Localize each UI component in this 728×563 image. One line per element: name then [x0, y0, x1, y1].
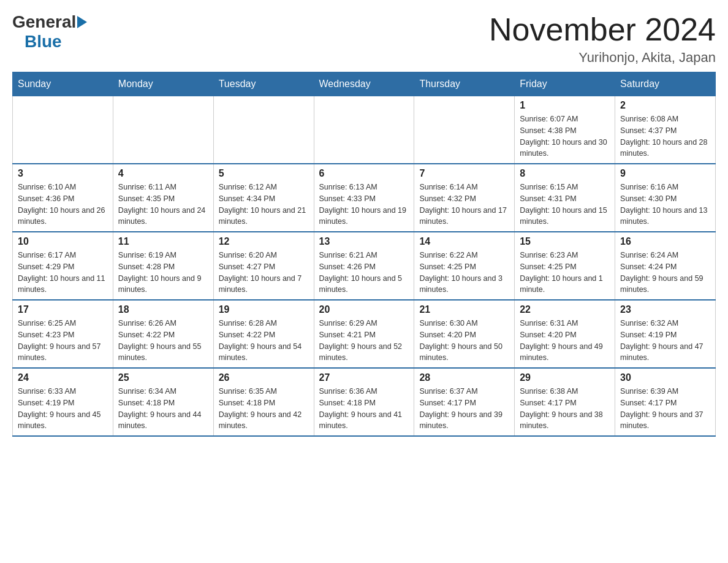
table-row: 28Sunrise: 6:37 AMSunset: 4:17 PMDayligh…: [414, 368, 515, 436]
day-number: 14: [419, 236, 509, 247]
day-info: Sunrise: 6:32 AMSunset: 4:19 PMDaylight:…: [620, 318, 710, 364]
table-row: 24Sunrise: 6:33 AMSunset: 4:19 PMDayligh…: [13, 368, 113, 436]
table-row: 27Sunrise: 6:36 AMSunset: 4:18 PMDayligh…: [314, 368, 414, 436]
logo-triangle-icon: [77, 16, 87, 28]
day-number: 3: [18, 168, 108, 179]
title-block: November 2024 Yurihonjo, Akita, Japan: [489, 12, 716, 66]
calendar-week-row: 10Sunrise: 6:17 AMSunset: 4:29 PMDayligh…: [13, 232, 716, 300]
table-row: 7Sunrise: 6:14 AMSunset: 4:32 PMDaylight…: [414, 164, 515, 232]
table-row: 5Sunrise: 6:12 AMSunset: 4:34 PMDaylight…: [213, 164, 314, 232]
calendar-table: Sunday Monday Tuesday Wednesday Thursday…: [12, 72, 716, 437]
day-info: Sunrise: 6:23 AMSunset: 4:25 PMDaylight:…: [520, 250, 610, 296]
day-number: 22: [520, 304, 610, 315]
table-row: 4Sunrise: 6:11 AMSunset: 4:35 PMDaylight…: [113, 164, 213, 232]
table-row: 26Sunrise: 6:35 AMSunset: 4:18 PMDayligh…: [213, 368, 314, 436]
table-row: 23Sunrise: 6:32 AMSunset: 4:19 PMDayligh…: [615, 300, 716, 368]
day-number: 23: [620, 304, 710, 315]
day-number: 29: [520, 372, 610, 383]
table-row: [113, 96, 213, 164]
header-monday: Monday: [113, 72, 213, 96]
day-number: 2: [620, 100, 710, 111]
day-info: Sunrise: 6:21 AMSunset: 4:26 PMDaylight:…: [319, 250, 409, 296]
day-info: Sunrise: 6:33 AMSunset: 4:19 PMDaylight:…: [18, 386, 108, 432]
day-number: 10: [18, 236, 108, 247]
logo-general-text: General: [12, 12, 76, 32]
day-number: 6: [319, 168, 409, 179]
day-info: Sunrise: 6:36 AMSunset: 4:18 PMDaylight:…: [319, 386, 409, 432]
header-wednesday: Wednesday: [314, 72, 414, 96]
day-number: 26: [219, 372, 309, 383]
table-row: 21Sunrise: 6:30 AMSunset: 4:20 PMDayligh…: [414, 300, 515, 368]
calendar-week-row: 1Sunrise: 6:07 AMSunset: 4:38 PMDaylight…: [13, 96, 716, 164]
day-info: Sunrise: 6:24 AMSunset: 4:24 PMDaylight:…: [620, 250, 710, 296]
day-number: 4: [118, 168, 208, 179]
table-row: 22Sunrise: 6:31 AMSunset: 4:20 PMDayligh…: [515, 300, 615, 368]
day-number: 28: [419, 372, 509, 383]
day-info: Sunrise: 6:17 AMSunset: 4:29 PMDaylight:…: [18, 250, 108, 296]
subtitle: Yurihonjo, Akita, Japan: [489, 50, 716, 66]
day-info: Sunrise: 6:11 AMSunset: 4:35 PMDaylight:…: [118, 182, 208, 228]
day-number: 24: [18, 372, 108, 383]
table-row: 14Sunrise: 6:22 AMSunset: 4:25 PMDayligh…: [414, 232, 515, 300]
day-info: Sunrise: 6:13 AMSunset: 4:33 PMDaylight:…: [319, 182, 409, 228]
table-row: 11Sunrise: 6:19 AMSunset: 4:28 PMDayligh…: [113, 232, 213, 300]
table-row: 1Sunrise: 6:07 AMSunset: 4:38 PMDaylight…: [515, 96, 615, 164]
day-info: Sunrise: 6:38 AMSunset: 4:17 PMDaylight:…: [520, 386, 610, 432]
day-info: Sunrise: 6:08 AMSunset: 4:37 PMDaylight:…: [620, 113, 710, 159]
table-row: 29Sunrise: 6:38 AMSunset: 4:17 PMDayligh…: [515, 368, 615, 436]
table-row: 19Sunrise: 6:28 AMSunset: 4:22 PMDayligh…: [213, 300, 314, 368]
day-number: 13: [319, 236, 409, 247]
day-number: 1: [520, 100, 610, 111]
day-info: Sunrise: 6:20 AMSunset: 4:27 PMDaylight:…: [219, 250, 309, 296]
day-number: 5: [219, 168, 309, 179]
day-info: Sunrise: 6:25 AMSunset: 4:23 PMDaylight:…: [18, 318, 108, 364]
table-row: 3Sunrise: 6:10 AMSunset: 4:36 PMDaylight…: [13, 164, 113, 232]
table-row: 9Sunrise: 6:16 AMSunset: 4:30 PMDaylight…: [615, 164, 716, 232]
header-thursday: Thursday: [414, 72, 515, 96]
day-number: 25: [118, 372, 208, 383]
day-number: 20: [319, 304, 409, 315]
table-row: [314, 96, 414, 164]
day-info: Sunrise: 6:30 AMSunset: 4:20 PMDaylight:…: [419, 318, 509, 364]
table-row: 16Sunrise: 6:24 AMSunset: 4:24 PMDayligh…: [615, 232, 716, 300]
calendar-week-row: 24Sunrise: 6:33 AMSunset: 4:19 PMDayligh…: [13, 368, 716, 436]
table-row: 25Sunrise: 6:34 AMSunset: 4:18 PMDayligh…: [113, 368, 213, 436]
day-info: Sunrise: 6:37 AMSunset: 4:17 PMDaylight:…: [419, 386, 509, 432]
day-number: 17: [18, 304, 108, 315]
day-info: Sunrise: 6:16 AMSunset: 4:30 PMDaylight:…: [620, 182, 710, 228]
day-info: Sunrise: 6:39 AMSunset: 4:17 PMDaylight:…: [620, 386, 710, 432]
day-number: 12: [219, 236, 309, 247]
table-row: 13Sunrise: 6:21 AMSunset: 4:26 PMDayligh…: [314, 232, 414, 300]
table-row: 17Sunrise: 6:25 AMSunset: 4:23 PMDayligh…: [13, 300, 113, 368]
day-info: Sunrise: 6:29 AMSunset: 4:21 PMDaylight:…: [319, 318, 409, 364]
day-number: 18: [118, 304, 208, 315]
day-number: 30: [620, 372, 710, 383]
logo-blue-text: Blue: [25, 32, 62, 51]
table-row: [13, 96, 113, 164]
table-row: 8Sunrise: 6:15 AMSunset: 4:31 PMDaylight…: [515, 164, 615, 232]
day-info: Sunrise: 6:26 AMSunset: 4:22 PMDaylight:…: [118, 318, 208, 364]
table-row: 18Sunrise: 6:26 AMSunset: 4:22 PMDayligh…: [113, 300, 213, 368]
header-friday: Friday: [515, 72, 615, 96]
day-number: 15: [520, 236, 610, 247]
day-info: Sunrise: 6:14 AMSunset: 4:32 PMDaylight:…: [419, 182, 509, 228]
day-number: 27: [319, 372, 409, 383]
day-number: 7: [419, 168, 509, 179]
table-row: 6Sunrise: 6:13 AMSunset: 4:33 PMDaylight…: [314, 164, 414, 232]
day-info: Sunrise: 6:07 AMSunset: 4:38 PMDaylight:…: [520, 113, 610, 159]
day-info: Sunrise: 6:12 AMSunset: 4:34 PMDaylight:…: [219, 182, 309, 228]
page-header: General Blue November 2024 Yurihonjo, Ak…: [12, 12, 716, 66]
table-row: [213, 96, 314, 164]
table-row: 30Sunrise: 6:39 AMSunset: 4:17 PMDayligh…: [615, 368, 716, 436]
table-row: 15Sunrise: 6:23 AMSunset: 4:25 PMDayligh…: [515, 232, 615, 300]
day-info: Sunrise: 6:22 AMSunset: 4:25 PMDaylight:…: [419, 250, 509, 296]
day-info: Sunrise: 6:35 AMSunset: 4:18 PMDaylight:…: [219, 386, 309, 432]
day-info: Sunrise: 6:31 AMSunset: 4:20 PMDaylight:…: [520, 318, 610, 364]
logo: General Blue: [12, 12, 87, 52]
main-title: November 2024: [489, 12, 716, 47]
day-number: 21: [419, 304, 509, 315]
calendar-header-row: Sunday Monday Tuesday Wednesday Thursday…: [13, 72, 716, 96]
calendar-week-row: 3Sunrise: 6:10 AMSunset: 4:36 PMDaylight…: [13, 164, 716, 232]
day-number: 11: [118, 236, 208, 247]
table-row: 10Sunrise: 6:17 AMSunset: 4:29 PMDayligh…: [13, 232, 113, 300]
